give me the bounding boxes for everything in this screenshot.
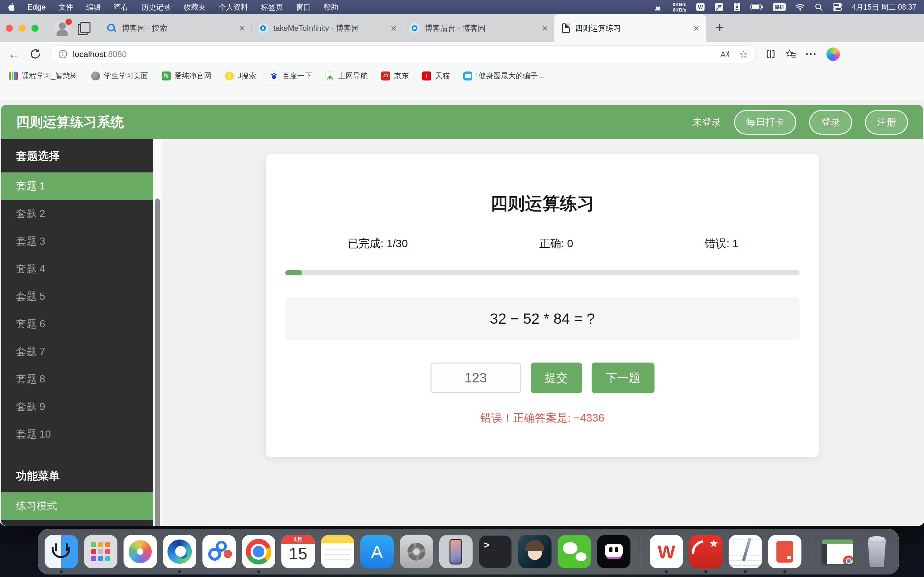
browser-tab[interactable]: 四则运算练习 × (554, 14, 706, 42)
dock-app-iphone[interactable] (439, 535, 473, 568)
dock-app-redapp[interactable] (768, 535, 801, 568)
sidebar-scrollbar-track[interactable] (153, 139, 162, 526)
submit-button[interactable]: 提交 (531, 363, 582, 393)
control-center-icon[interactable] (833, 3, 842, 11)
favorite-star-icon[interactable]: ☆ (739, 49, 748, 60)
dock-app-icon[interactable] (811, 535, 811, 568)
dock-app-xuexitong[interactable] (689, 535, 722, 568)
bookmark-item[interactable]: JD 京东 (381, 71, 409, 81)
dock-app-chrome[interactable] (242, 535, 275, 568)
sidebar-item-set[interactable]: 套题 5 (1, 283, 153, 310)
settings-more-icon[interactable] (806, 53, 817, 55)
stat-correct: 正确: 0 (540, 236, 573, 251)
menu-bar-clock[interactable]: 4月15日 周二 08:37 (852, 2, 916, 12)
browser-tab[interactable]: 博客后台 - 博客园 × (403, 14, 554, 42)
next-question-button[interactable]: 下一题 (591, 363, 654, 393)
bookmark-item[interactable]: 课程学习_智慧树 (9, 71, 78, 81)
dock-app-icon[interactable] (640, 535, 640, 568)
dock-app-appstore[interactable]: A (360, 535, 394, 568)
copilot-icon[interactable] (827, 47, 840, 61)
back-button[interactable]: ← (8, 48, 20, 60)
apple-menu-icon[interactable] (8, 3, 15, 11)
sidebar-item-set[interactable]: 套题 3 (1, 227, 153, 255)
site-info-icon[interactable] (58, 49, 68, 59)
dock-app-settings[interactable] (400, 535, 433, 568)
clashx-cat-icon[interactable] (654, 3, 663, 11)
register-button[interactable]: 注册 (865, 110, 908, 135)
bookmark-item[interactable]: 学生学习页面 (91, 71, 148, 81)
tab-close-icon[interactable]: × (693, 23, 699, 34)
login-button[interactable]: 登录 (809, 110, 852, 135)
bookmark-item[interactable]: 2345 上网导航 (325, 71, 368, 81)
spotlight-search-icon[interactable] (814, 3, 823, 11)
menu-bar-item[interactable]: 收藏夹 (184, 2, 206, 12)
sidebar-item-set[interactable]: 套题 10 (1, 421, 153, 448)
dock-app-arknights[interactable] (518, 535, 551, 568)
reload-button[interactable] (29, 49, 40, 60)
sidebar-item-mode[interactable]: 练习模式 (1, 492, 153, 520)
sidebar-item-set[interactable]: 套题 9 (1, 393, 153, 421)
dock-app-textedit[interactable] (729, 535, 762, 568)
sidebar-item-set[interactable]: 套题 1 (1, 172, 153, 200)
dock-app-terminal[interactable]: >_ (479, 535, 512, 568)
wifi-icon[interactable] (795, 3, 805, 11)
favorites-list-icon[interactable] (785, 49, 796, 59)
browser-tab[interactable]: takeMeToInfinity - 博客园 × (252, 14, 403, 42)
address-bar[interactable]: localhost :8080 A ☆ (50, 45, 756, 63)
menu-bar-item[interactable]: 查看 (113, 2, 128, 12)
dock-app-wechat[interactable] (557, 535, 591, 568)
dock-app-notes[interactable] (321, 535, 354, 568)
split-screen-icon[interactable] (766, 49, 776, 59)
dock-app-minwindow[interactable] (821, 535, 854, 568)
sidebar-item-set[interactable]: 套题 2 (1, 200, 153, 227)
sidebar-item-set[interactable]: 套题 8 (1, 366, 153, 393)
window-zoom-button[interactable] (31, 25, 39, 32)
menu-bar-item[interactable]: 历史记录 (141, 2, 171, 12)
dock-app-trash[interactable] (860, 535, 893, 568)
practice-stats: 已完成: 1/30 正确: 0 错误: 1 (348, 236, 738, 251)
dock-app-edge[interactable] (163, 535, 196, 568)
menu-bar-item[interactable]: 文件 (58, 2, 73, 12)
answer-input[interactable] (431, 363, 521, 393)
xuexitong-menu-icon[interactable] (714, 3, 724, 11)
contacts-badge-icon[interactable] (733, 3, 741, 11)
battery-icon[interactable] (750, 3, 763, 11)
dock-app-photos[interactable] (124, 535, 157, 568)
wps-menu-icon[interactable]: W (696, 3, 705, 11)
bookmark-item[interactable]: J J搜索 (225, 71, 256, 81)
dock-app-wps[interactable]: W (650, 535, 683, 568)
tab-close-icon[interactable]: × (391, 23, 397, 34)
menu-bar-item[interactable]: 帮助 (323, 2, 338, 12)
bookmark-item[interactable]: 纯 爱纯净官网 (162, 71, 212, 81)
dock-app-netdisk[interactable] (202, 535, 236, 568)
dock-app-launchpad[interactable] (84, 535, 118, 568)
dock-app-calendar[interactable]: 4月 15 (281, 535, 315, 568)
browser-tab[interactable]: 博客园 - 搜索 × (100, 14, 252, 42)
window-close-button[interactable] (6, 25, 13, 32)
dock-app-robot[interactable] (597, 535, 630, 568)
sidebar-item-set[interactable]: 套题 4 (1, 255, 153, 283)
tab-close-icon[interactable]: × (542, 23, 548, 34)
bookmark-item[interactable]: “健身圈最大的骗子… (463, 71, 545, 81)
bookmark-item[interactable]: T 天猫 (422, 71, 450, 81)
tab-favicon (258, 23, 268, 33)
input-method-badge[interactable]: 简拼 (773, 3, 786, 11)
tab-close-icon[interactable]: × (239, 23, 245, 34)
window-minimize-button[interactable] (19, 25, 26, 32)
workspaces-icon[interactable] (78, 22, 90, 35)
browser-profile-avatar[interactable] (53, 19, 71, 37)
daily-checkin-button[interactable]: 每日打卡 (734, 110, 796, 135)
new-tab-button[interactable]: + (716, 19, 724, 36)
app-menu-title[interactable]: Edge (27, 3, 45, 11)
menu-bar-item[interactable]: 个人资料 (218, 2, 248, 12)
menu-bar-item[interactable]: 标签页 (261, 2, 283, 12)
sidebar-item-set[interactable]: 套题 7 (1, 338, 153, 366)
sidebar-item-mode[interactable]: 错题本 (1, 520, 153, 526)
menu-bar-item[interactable]: 编辑 (86, 2, 101, 12)
menu-bar-item[interactable]: 窗口 (296, 2, 310, 12)
read-aloud-icon[interactable]: A (719, 49, 730, 59)
dock-app-finder[interactable] (45, 535, 78, 568)
bookmark-item[interactable]: 百度一下 (270, 71, 312, 81)
sidebar-item-set[interactable]: 套题 6 (1, 310, 153, 338)
sidebar-scrollbar-thumb[interactable] (155, 198, 160, 526)
